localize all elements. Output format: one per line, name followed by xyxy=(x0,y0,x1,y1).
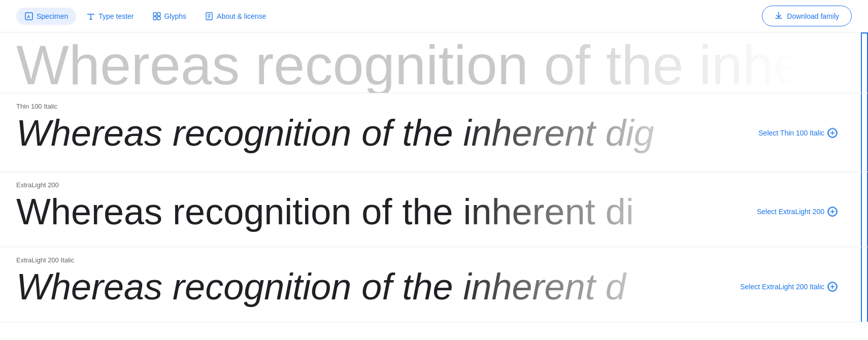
type-tester-icon xyxy=(86,12,95,21)
font-section-extralight-italic: ExtraLight 200 Italic Whereas recognitio… xyxy=(0,247,868,322)
select-thin-italic-link[interactable]: Select Thin 100 Italic xyxy=(758,128,838,138)
font-label-thin-italic: Thin 100 Italic xyxy=(16,93,838,112)
font-section-top-partial: Whereas recognition of the inherent dig xyxy=(0,32,868,93)
tab-type-tester-label: Type tester xyxy=(98,12,133,20)
svg-rect-5 xyxy=(153,13,156,16)
tab-glyphs[interactable]: Glyphs xyxy=(144,8,195,25)
download-icon xyxy=(775,11,783,21)
font-preview-text-thin-italic: Whereas recognition of the inherent dig xyxy=(16,112,750,154)
select-thin-italic-label: Select Thin 100 Italic xyxy=(758,129,824,137)
svg-rect-8 xyxy=(157,17,160,20)
tab-specimen-label: Specimen xyxy=(37,12,68,20)
font-preview-extralight-italic: Whereas recognition of the inherent d Se… xyxy=(16,266,838,316)
svg-rect-7 xyxy=(153,17,156,20)
tab-type-tester[interactable]: Type tester xyxy=(78,8,142,25)
download-family-button[interactable]: Download family xyxy=(762,6,852,26)
font-preview-text-extralight-italic: Whereas recognition of the inherent d xyxy=(16,266,732,308)
main-content: Whereas recognition of the inherent dig … xyxy=(0,32,868,322)
specimen-icon: A xyxy=(24,12,34,21)
select-extralight-label: Select ExtraLight 200 xyxy=(757,208,824,216)
tab-about-label: About & license xyxy=(217,12,266,20)
select-extralight-icon xyxy=(827,207,838,217)
font-preview-text-extralight: Whereas recognition of the inherent di xyxy=(16,191,749,233)
about-icon xyxy=(205,12,214,21)
glyphs-icon xyxy=(152,12,161,21)
svg-text:A: A xyxy=(27,14,30,19)
font-section-thin-italic: Thin 100 Italic Whereas recognition of t… xyxy=(0,93,868,172)
font-preview-thin-italic: Whereas recognition of the inherent dig … xyxy=(16,112,838,162)
top-nav: A Specimen Type tester xyxy=(0,0,868,32)
tab-specimen[interactable]: A Specimen xyxy=(16,8,76,25)
top-partial-text: Whereas recognition of the inherent dig xyxy=(16,33,838,93)
select-thin-italic-icon xyxy=(827,128,838,138)
select-extralight-italic-label: Select ExtraLight 200 Italic xyxy=(740,283,824,291)
font-label-extralight: ExtraLight 200 xyxy=(16,172,838,191)
font-section-extralight: ExtraLight 200 Whereas recognition of th… xyxy=(0,172,868,247)
download-button-label: Download family xyxy=(787,12,839,20)
select-extralight-italic-icon xyxy=(827,282,838,292)
font-label-extralight-italic: ExtraLight 200 Italic xyxy=(16,247,838,266)
font-preview-extralight: Whereas recognition of the inherent di S… xyxy=(16,191,838,241)
tab-about[interactable]: About & license xyxy=(196,8,274,25)
tab-glyphs-label: Glyphs xyxy=(164,12,187,20)
svg-rect-6 xyxy=(157,13,160,16)
nav-tabs: A Specimen Type tester xyxy=(16,8,274,25)
select-extralight-link[interactable]: Select ExtraLight 200 xyxy=(757,207,838,217)
select-extralight-italic-link[interactable]: Select ExtraLight 200 Italic xyxy=(740,282,838,292)
